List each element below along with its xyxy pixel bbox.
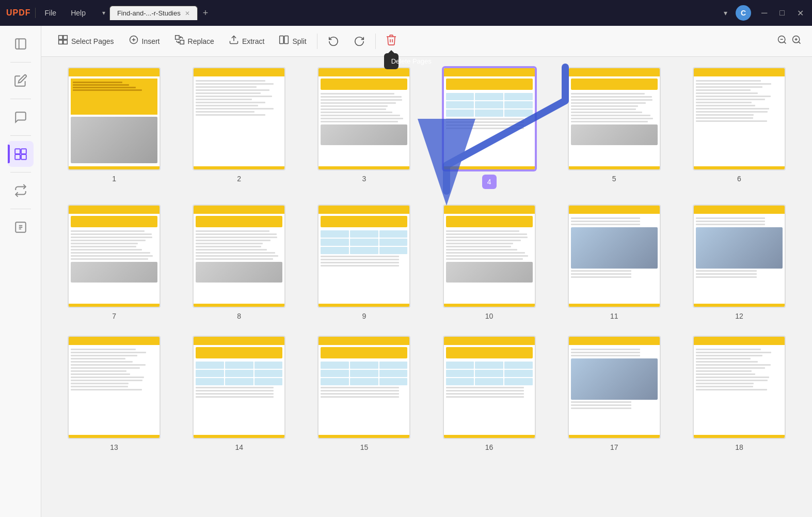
rotate-left-button[interactable] (322, 32, 345, 51)
page-item[interactable]: 11 (557, 205, 672, 320)
page-number: 17 (610, 443, 618, 451)
sidebar-item-comment[interactable] (8, 104, 34, 130)
page-item[interactable]: 12 (682, 205, 797, 320)
sidebar-item-stamp[interactable] (8, 214, 34, 240)
page-number: 2 (237, 175, 241, 183)
new-tab-button[interactable]: + (200, 8, 212, 19)
page-item[interactable]: 14 (182, 336, 296, 451)
page-thumbnail (693, 205, 786, 308)
extract-button[interactable]: Extract (222, 30, 271, 52)
page-item[interactable]: 3 (307, 67, 421, 189)
select-pages-icon (58, 35, 68, 48)
svg-rect-2 (15, 149, 20, 154)
svg-line-23 (784, 42, 786, 44)
rotate-right-button[interactable] (347, 32, 371, 51)
delete-pages-button[interactable] (380, 30, 403, 52)
svg-rect-4 (15, 154, 20, 160)
page-number: 11 (610, 312, 618, 320)
page-number: 15 (360, 443, 369, 451)
toolbar-divider-2 (375, 34, 376, 49)
document-tab[interactable]: Find-and-...-r-Studies ✕ (109, 6, 198, 20)
page-thumbnail (68, 67, 161, 170)
split-button[interactable]: Split (273, 30, 312, 52)
svg-rect-5 (21, 154, 26, 160)
zoom-in-button[interactable] (791, 35, 802, 48)
page-item[interactable]: 18 (682, 336, 797, 451)
sidebar-item-reader[interactable] (8, 31, 34, 57)
page-item[interactable]: 16 (432, 336, 547, 451)
titlebar-controls: ▾ C ─ □ ✕ (724, 5, 806, 21)
tab-label: Find-and-...-r-Studies (117, 9, 181, 17)
insert-button[interactable]: Insert (122, 30, 166, 52)
tab-area: ▾ Find-and-...-r-Studies ✕ + (100, 6, 211, 20)
page-thumbnail (68, 205, 161, 308)
svg-rect-18 (180, 40, 184, 44)
replace-icon (174, 35, 185, 48)
page-item[interactable]: 6 (682, 67, 797, 189)
page-thumbnail (193, 67, 285, 170)
page-number: 14 (235, 443, 243, 451)
page-thumbnail (568, 336, 661, 439)
page-item[interactable]: 1 (57, 67, 171, 189)
sidebar-divider-1 (10, 62, 31, 62)
sidebar-divider-2 (10, 99, 31, 99)
sidebar-item-convert[interactable] (8, 178, 34, 203)
svg-rect-20 (280, 36, 284, 44)
extract-icon (229, 35, 239, 48)
page-item[interactable]: 17 (557, 336, 672, 451)
page-item[interactable]: 8 (182, 205, 296, 320)
page-number: 7 (112, 312, 116, 320)
tabs-dropdown-button[interactable]: ▾ (724, 9, 727, 17)
pages-grid-container: 123456789101112131415161718 (41, 57, 812, 517)
page-item[interactable]: 4 (432, 67, 547, 189)
zoom-controls (777, 35, 802, 48)
svg-rect-13 (63, 40, 67, 44)
svg-rect-12 (63, 36, 67, 40)
svg-rect-0 (15, 39, 26, 49)
rotate-right-icon (354, 36, 365, 47)
left-sidebar (0, 26, 41, 517)
content-area: Select Pages Insert (41, 26, 812, 517)
select-pages-button[interactable]: Select Pages (52, 30, 120, 52)
page-number: 4 (482, 175, 497, 189)
tab-close-button[interactable]: ✕ (185, 10, 190, 17)
replace-button[interactable]: Replace (168, 30, 220, 52)
extract-label: Extract (242, 37, 265, 45)
menu-help[interactable]: Help (66, 7, 91, 19)
maximize-button[interactable]: □ (777, 7, 787, 19)
insert-icon (129, 35, 139, 48)
page-thumbnail (693, 336, 786, 439)
page-number: 13 (110, 443, 118, 451)
page-item[interactable]: 10 (432, 205, 547, 320)
page-item[interactable]: 15 (307, 336, 421, 451)
page-thumbnail (317, 205, 410, 308)
sidebar-divider-3 (10, 135, 31, 136)
page-thumbnail (443, 205, 536, 308)
page-item[interactable]: 7 (57, 205, 171, 320)
menu-file[interactable]: File (40, 7, 62, 19)
sidebar-item-organize[interactable] (8, 141, 34, 167)
page-item[interactable]: 13 (57, 336, 171, 451)
main-layout: Select Pages Insert (0, 26, 812, 517)
page-number: 3 (362, 175, 367, 183)
page-item[interactable]: 2 (182, 67, 296, 189)
svg-rect-11 (59, 40, 63, 44)
zoom-out-button[interactable] (777, 35, 787, 48)
select-pages-label: Select Pages (71, 37, 114, 45)
page-thumbnail (568, 67, 661, 170)
page-item[interactable]: 9 (307, 205, 421, 320)
minimize-button[interactable]: ─ (759, 7, 769, 19)
close-button[interactable]: ✕ (795, 7, 806, 19)
svg-line-26 (799, 42, 801, 44)
sidebar-item-edit[interactable] (8, 68, 34, 93)
page-thumbnail (693, 67, 786, 170)
tab-dropdown-icon[interactable]: ▾ (100, 7, 107, 19)
delete-icon (385, 34, 397, 46)
page-number: 18 (735, 443, 743, 451)
page-item[interactable]: 5 (557, 67, 672, 189)
user-avatar[interactable]: C (736, 5, 751, 21)
svg-rect-17 (175, 36, 179, 40)
page-number: 5 (612, 175, 616, 183)
page-thumbnail (68, 336, 161, 439)
toolbar-divider-1 (317, 34, 317, 49)
